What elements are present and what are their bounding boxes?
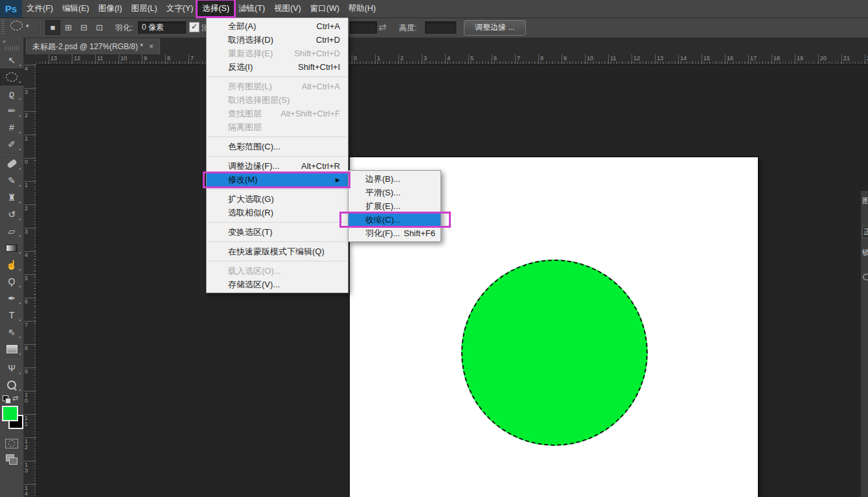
menubar-item-help[interactable]: 帮助(H) xyxy=(344,0,380,17)
ruler-label: 8 xyxy=(25,346,30,351)
ruler-label: 1 xyxy=(25,136,30,142)
options-drag-handle[interactable] xyxy=(1,19,5,35)
eraser-tool[interactable]: ▱ xyxy=(0,223,23,239)
menu-item-refine-edge[interactable]: 调整边缘(F)...Alt+Ctrl+R xyxy=(207,159,348,173)
submenu-item-border[interactable]: 边界(B)... xyxy=(348,172,440,186)
smudge-tool[interactable]: ☝ xyxy=(0,256,23,273)
menu-item-all-layers[interactable]: 所有图层(L)Alt+Ctrl+A xyxy=(207,80,348,93)
add-to-selection-button[interactable]: ⊞ xyxy=(61,20,76,35)
submenu-item-contract[interactable]: 收缩(C)... xyxy=(348,213,440,226)
toolbar-collapse-button[interactable]: » xyxy=(0,38,23,45)
document-tab-title: 未标题-2.psd @ 127%(RGB/8) * xyxy=(32,41,143,52)
menu-item-isolate-layers[interactable]: 隔离图层 xyxy=(207,120,348,134)
menubar-item-view[interactable]: 视图(V) xyxy=(269,0,306,17)
ruler-major-tick xyxy=(771,54,772,64)
tools-panel: » ↖ϱ✏#✐✎♜↺▱☝Ϙ✒T⇖Ψ ⇄ xyxy=(0,38,24,497)
menu-item-deselect-layers[interactable]: 取消选择图层(S) xyxy=(207,93,348,107)
menu-item-save-selection[interactable]: 存储选区(V)... xyxy=(207,278,348,291)
dodge-tool[interactable]: Ϙ xyxy=(0,273,23,290)
layers-tab-fragment[interactable]: 图 xyxy=(862,196,868,206)
ruler-label: 7 xyxy=(517,55,520,61)
swap-dimensions-icon[interactable]: ⇄ xyxy=(378,21,387,33)
submenu-item-smooth[interactable]: 平滑(S)... xyxy=(348,186,440,199)
ruler-label: 1 xyxy=(377,55,380,61)
circle-selection-marching-ants[interactable] xyxy=(461,260,648,446)
menubar-item-image[interactable]: 图像(I) xyxy=(94,0,127,17)
lasso-tool[interactable]: ϱ xyxy=(0,85,23,102)
history-brush-tool[interactable]: ↺ xyxy=(0,206,23,223)
menu-item-edit-in-quick-mask[interactable]: 在快速蒙版模式下编辑(Q) xyxy=(207,245,348,258)
ruler-major-tick xyxy=(375,54,376,64)
menubar-item-filter[interactable]: 滤镜(T) xyxy=(234,0,269,17)
top-ruler[interactable]: 1312111098765432101234567891011121314151… xyxy=(36,54,868,65)
spot-healing-brush-tool[interactable] xyxy=(0,155,23,172)
ruler-major-tick xyxy=(655,54,656,64)
menu-item-transform-selection[interactable]: 变换选区(T) xyxy=(207,225,348,239)
ruler-major-tick xyxy=(95,54,96,64)
menubar-item-window[interactable]: 窗口(W) xyxy=(306,0,344,17)
menu-item-similar[interactable]: 选取相似(R) xyxy=(207,206,348,219)
refine-edge-button[interactable]: 调整边缘 ... xyxy=(464,20,526,36)
ruler-label: 3 xyxy=(424,55,427,61)
feather-input[interactable]: 0 像素 xyxy=(138,21,186,34)
toolbar-drag-handle[interactable] xyxy=(5,46,19,50)
brush-tool[interactable]: ✎ xyxy=(0,172,23,189)
elliptical-marquee-tool[interactable] xyxy=(0,69,23,85)
width-input[interactable] xyxy=(350,21,377,34)
hand-tool[interactable]: Ψ xyxy=(0,360,23,377)
move-tool[interactable]: ↖ xyxy=(0,52,23,69)
menu-item-color-range[interactable]: 色彩范围(C)... xyxy=(207,140,348,153)
left-ruler[interactable]: 432101234567891011121314 xyxy=(23,64,37,497)
pen-tool[interactable]: ✒ xyxy=(0,290,23,307)
quick-selection-tool-icon: ✏ xyxy=(8,105,16,116)
menu-item-load-selection[interactable]: 载入选区(O)... xyxy=(207,264,348,278)
swap-colors-icon[interactable]: ⇄ xyxy=(12,394,18,403)
ruler-corner[interactable] xyxy=(23,54,37,65)
submenu-item-feather[interactable]: 羽化(F)...Shift+F6 xyxy=(348,226,440,240)
crop-tool[interactable]: # xyxy=(0,119,23,136)
menubar-item-select[interactable]: 选择(S) xyxy=(198,0,234,17)
menu-item-select-all[interactable]: 全部(A)Ctrl+A xyxy=(207,19,348,33)
tool-preset-picker[interactable]: ▾ xyxy=(10,21,29,30)
menubar-item-edit[interactable]: 编辑(E) xyxy=(58,0,94,17)
screen-mode-button[interactable] xyxy=(0,451,23,468)
ruler-major-tick xyxy=(165,54,166,64)
menu-item-inverse[interactable]: 反选(I)Shift+Ctrl+I xyxy=(207,60,348,74)
ruler-label: 19 xyxy=(797,55,803,61)
blend-mode-fragment[interactable]: 正 xyxy=(862,226,868,238)
menubar-item-layer[interactable]: 图层(L) xyxy=(126,0,161,17)
height-input[interactable] xyxy=(425,21,456,34)
menu-separator xyxy=(208,241,347,242)
menubar-item-file[interactable]: 文件(F) xyxy=(22,0,58,17)
foreground-color-swatch[interactable] xyxy=(2,406,18,421)
ruler-label: 0 xyxy=(354,55,357,61)
quick-mask-button[interactable] xyxy=(0,436,23,451)
ruler-label: 9 xyxy=(144,55,147,61)
new-selection-button[interactable]: ■ xyxy=(45,20,60,35)
gradient-tool[interactable] xyxy=(0,239,23,256)
intersect-selection-button[interactable]: ⊡ xyxy=(92,20,107,35)
path-selection-tool[interactable]: ⇖ xyxy=(0,324,23,340)
document-tab[interactable]: 未标题-2.psd @ 127%(RGB/8) * × xyxy=(26,38,160,55)
subtract-from-selection-button[interactable]: ⊟ xyxy=(76,20,91,35)
type-tool[interactable]: T xyxy=(0,307,23,324)
rectangle-tool[interactable] xyxy=(0,340,23,357)
close-tab-icon[interactable]: × xyxy=(149,42,154,51)
clone-stamp-tool[interactable]: ♜ xyxy=(0,189,23,206)
menu-item-grow[interactable]: 扩大选取(G) xyxy=(207,192,348,206)
menu-item-reselect[interactable]: 重新选择(E)Shift+Ctrl+D xyxy=(207,47,348,60)
zoom-tool[interactable] xyxy=(0,377,23,393)
menu-item-modify[interactable]: 修改(M)▶ xyxy=(207,173,348,186)
layer-visibility-eye-icon[interactable] xyxy=(863,274,868,280)
menubar-item-type[interactable]: 文字(Y) xyxy=(162,0,198,17)
menu-item-find-layers[interactable]: 查找图层Alt+Shift+Ctrl+F xyxy=(207,107,348,120)
ruler-label: 18 xyxy=(773,55,780,61)
anti-alias-checkbox[interactable]: ✓ xyxy=(189,22,200,32)
submenu-item-expand[interactable]: 扩展(E)... xyxy=(348,199,440,213)
ruler-label: 10 xyxy=(25,392,30,404)
ruler-label: 2 xyxy=(400,55,404,61)
quick-selection-tool[interactable]: ✏ xyxy=(0,102,23,119)
eyedropper-tool[interactable]: ✐ xyxy=(0,136,23,153)
menu-item-deselect[interactable]: 取消选择(D)Ctrl+D xyxy=(207,33,348,47)
default-colors-icon[interactable] xyxy=(3,395,8,401)
